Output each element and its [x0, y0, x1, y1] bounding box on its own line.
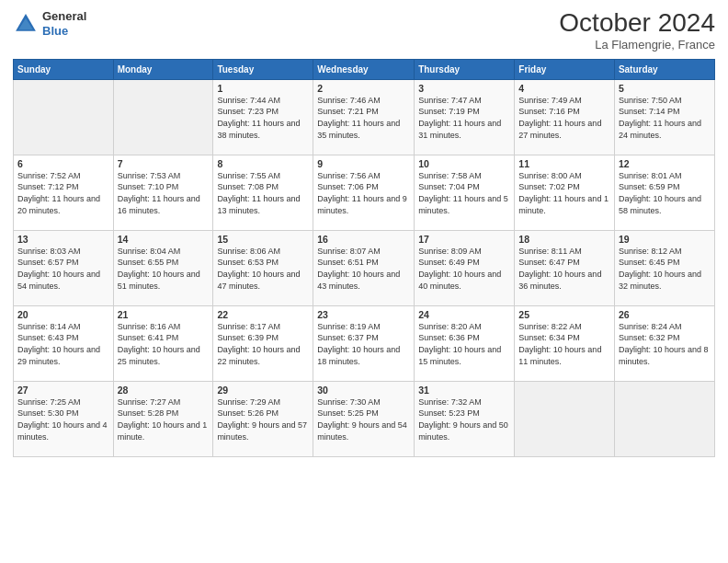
day-number: 1 [217, 83, 309, 94]
col-friday: Friday [515, 59, 615, 79]
day-number: 8 [217, 158, 309, 169]
day-info: Sunrise: 7:25 AM Sunset: 5:30 PM Dayligh… [17, 396, 109, 442]
day-info: Sunrise: 8:00 AM Sunset: 7:02 PM Dayligh… [518, 170, 610, 216]
day-info: Sunrise: 7:44 AM Sunset: 7:23 PM Dayligh… [217, 95, 309, 141]
calendar-week-4: 20Sunrise: 8:14 AM Sunset: 6:43 PM Dayli… [14, 305, 715, 381]
calendar-cell-w5-d1: 27Sunrise: 7:25 AM Sunset: 5:30 PM Dayli… [14, 381, 114, 456]
calendar-week-1: 1Sunrise: 7:44 AM Sunset: 7:23 PM Daylig… [14, 79, 715, 155]
day-number: 17 [418, 234, 510, 245]
calendar-cell-w1-d4: 2Sunrise: 7:46 AM Sunset: 7:21 PM Daylig… [313, 79, 415, 155]
day-info: Sunrise: 7:58 AM Sunset: 7:04 PM Dayligh… [418, 170, 510, 216]
col-monday: Monday [113, 59, 213, 79]
day-info: Sunrise: 8:14 AM Sunset: 6:43 PM Dayligh… [17, 321, 109, 367]
day-number: 12 [619, 158, 711, 169]
day-info: Sunrise: 7:50 AM Sunset: 7:14 PM Dayligh… [619, 95, 711, 141]
calendar-cell-w2-d2: 7Sunrise: 7:53 AM Sunset: 7:10 PM Daylig… [113, 155, 213, 230]
calendar-cell-w3-d1: 13Sunrise: 8:03 AM Sunset: 6:57 PM Dayli… [14, 230, 114, 305]
day-number: 21 [118, 309, 210, 320]
calendar-cell-w1-d2 [113, 79, 213, 155]
day-number: 20 [17, 309, 109, 320]
logo-blue: Blue [42, 24, 86, 39]
day-number: 24 [418, 309, 510, 320]
day-number: 5 [619, 83, 711, 94]
calendar-week-5: 27Sunrise: 7:25 AM Sunset: 5:30 PM Dayli… [14, 381, 715, 456]
calendar-cell-w2-d7: 12Sunrise: 8:01 AM Sunset: 6:59 PM Dayli… [614, 155, 714, 230]
day-info: Sunrise: 7:47 AM Sunset: 7:19 PM Dayligh… [418, 95, 510, 141]
calendar-cell-w3-d6: 18Sunrise: 8:11 AM Sunset: 6:47 PM Dayli… [515, 230, 615, 305]
calendar-cell-w1-d3: 1Sunrise: 7:44 AM Sunset: 7:23 PM Daylig… [213, 79, 313, 155]
calendar-cell-w5-d6 [515, 381, 615, 456]
day-info: Sunrise: 7:55 AM Sunset: 7:08 PM Dayligh… [217, 170, 309, 216]
day-info: Sunrise: 7:56 AM Sunset: 7:06 PM Dayligh… [317, 170, 410, 216]
day-info: Sunrise: 7:52 AM Sunset: 7:12 PM Dayligh… [17, 170, 109, 216]
logo-text: General Blue [42, 9, 86, 38]
day-info: Sunrise: 7:49 AM Sunset: 7:16 PM Dayligh… [518, 95, 610, 141]
calendar-cell-w1-d1 [14, 79, 114, 155]
day-number: 18 [518, 234, 610, 245]
page: General Blue October 2024 La Flamengrie,… [0, 0, 728, 563]
day-info: Sunrise: 8:17 AM Sunset: 6:39 PM Dayligh… [217, 321, 309, 367]
day-number: 7 [118, 158, 210, 169]
calendar-cell-w2-d6: 11Sunrise: 8:00 AM Sunset: 7:02 PM Dayli… [515, 155, 615, 230]
calendar-cell-w4-d6: 25Sunrise: 8:22 AM Sunset: 6:34 PM Dayli… [515, 305, 615, 381]
day-number: 2 [317, 83, 410, 94]
day-number: 6 [17, 158, 109, 169]
day-number: 26 [619, 309, 711, 320]
day-info: Sunrise: 8:09 AM Sunset: 6:49 PM Dayligh… [418, 246, 510, 292]
calendar-cell-w3-d3: 15Sunrise: 8:06 AM Sunset: 6:53 PM Dayli… [213, 230, 313, 305]
day-number: 15 [217, 234, 309, 245]
calendar-cell-w5-d2: 28Sunrise: 7:27 AM Sunset: 5:28 PM Dayli… [113, 381, 213, 456]
day-number: 4 [518, 83, 610, 94]
day-info: Sunrise: 7:27 AM Sunset: 5:28 PM Dayligh… [118, 396, 210, 442]
day-number: 13 [17, 234, 109, 245]
day-number: 27 [17, 385, 109, 396]
day-number: 22 [217, 309, 309, 320]
day-info: Sunrise: 8:24 AM Sunset: 6:32 PM Dayligh… [619, 321, 711, 367]
calendar-cell-w1-d6: 4Sunrise: 7:49 AM Sunset: 7:16 PM Daylig… [515, 79, 615, 155]
calendar-cell-w4-d3: 22Sunrise: 8:17 AM Sunset: 6:39 PM Dayli… [213, 305, 313, 381]
calendar-cell-w4-d2: 21Sunrise: 8:16 AM Sunset: 6:41 PM Dayli… [113, 305, 213, 381]
day-number: 25 [518, 309, 610, 320]
col-saturday: Saturday [614, 59, 714, 79]
day-info: Sunrise: 8:04 AM Sunset: 6:55 PM Dayligh… [118, 246, 210, 292]
day-number: 28 [118, 385, 210, 396]
day-info: Sunrise: 8:22 AM Sunset: 6:34 PM Dayligh… [518, 321, 610, 367]
day-number: 30 [317, 385, 410, 396]
calendar-cell-w4-d5: 24Sunrise: 8:20 AM Sunset: 6:36 PM Dayli… [415, 305, 515, 381]
calendar-cell-w2-d5: 10Sunrise: 7:58 AM Sunset: 7:04 PM Dayli… [415, 155, 515, 230]
location: La Flamengrie, France [559, 38, 715, 52]
calendar-cell-w3-d7: 19Sunrise: 8:12 AM Sunset: 6:45 PM Dayli… [614, 230, 714, 305]
calendar-cell-w1-d7: 5Sunrise: 7:50 AM Sunset: 7:14 PM Daylig… [614, 79, 714, 155]
day-number: 23 [317, 309, 410, 320]
logo-icon [13, 11, 39, 37]
col-tuesday: Tuesday [213, 59, 313, 79]
calendar-cell-w3-d5: 17Sunrise: 8:09 AM Sunset: 6:49 PM Dayli… [415, 230, 515, 305]
calendar-cell-w5-d4: 30Sunrise: 7:30 AM Sunset: 5:25 PM Dayli… [313, 381, 415, 456]
calendar-table: Sunday Monday Tuesday Wednesday Thursday… [13, 59, 715, 457]
calendar-cell-w3-d2: 14Sunrise: 8:04 AM Sunset: 6:55 PM Dayli… [113, 230, 213, 305]
calendar-cell-w5-d7 [614, 381, 714, 456]
calendar-cell-w1-d5: 3Sunrise: 7:47 AM Sunset: 7:19 PM Daylig… [415, 79, 515, 155]
calendar-cell-w5-d5: 31Sunrise: 7:32 AM Sunset: 5:23 PM Dayli… [415, 381, 515, 456]
day-number: 31 [418, 385, 510, 396]
col-sunday: Sunday [14, 59, 114, 79]
day-info: Sunrise: 8:19 AM Sunset: 6:37 PM Dayligh… [317, 321, 410, 367]
col-wednesday: Wednesday [313, 59, 415, 79]
day-number: 9 [317, 158, 410, 169]
logo-general: General [42, 9, 86, 24]
calendar-week-2: 6Sunrise: 7:52 AM Sunset: 7:12 PM Daylig… [14, 155, 715, 230]
calendar-cell-w4-d7: 26Sunrise: 8:24 AM Sunset: 6:32 PM Dayli… [614, 305, 714, 381]
day-info: Sunrise: 8:11 AM Sunset: 6:47 PM Dayligh… [518, 246, 610, 292]
day-info: Sunrise: 8:12 AM Sunset: 6:45 PM Dayligh… [619, 246, 711, 292]
calendar-header-row: Sunday Monday Tuesday Wednesday Thursday… [14, 59, 715, 79]
calendar-week-3: 13Sunrise: 8:03 AM Sunset: 6:57 PM Dayli… [14, 230, 715, 305]
day-info: Sunrise: 7:53 AM Sunset: 7:10 PM Dayligh… [118, 170, 210, 216]
day-info: Sunrise: 7:29 AM Sunset: 5:26 PM Dayligh… [217, 396, 309, 442]
day-number: 3 [418, 83, 510, 94]
day-info: Sunrise: 7:32 AM Sunset: 5:23 PM Dayligh… [418, 396, 510, 442]
day-info: Sunrise: 8:20 AM Sunset: 6:36 PM Dayligh… [418, 321, 510, 367]
calendar-cell-w4-d1: 20Sunrise: 8:14 AM Sunset: 6:43 PM Dayli… [14, 305, 114, 381]
day-info: Sunrise: 8:01 AM Sunset: 6:59 PM Dayligh… [619, 170, 711, 216]
calendar-cell-w4-d4: 23Sunrise: 8:19 AM Sunset: 6:37 PM Dayli… [313, 305, 415, 381]
logo: General Blue [13, 9, 86, 38]
